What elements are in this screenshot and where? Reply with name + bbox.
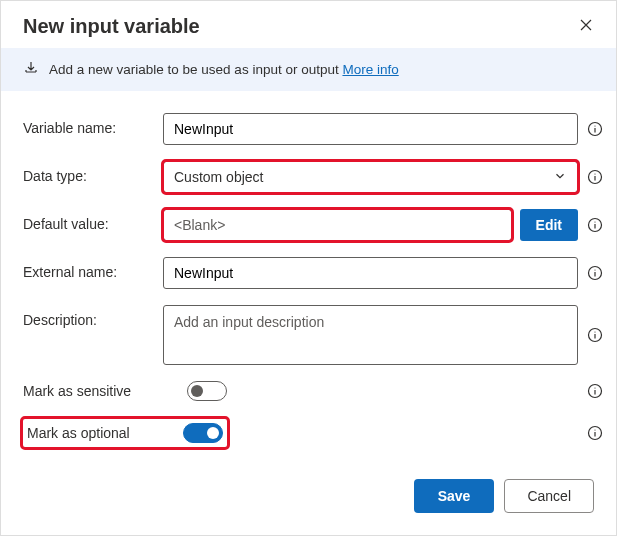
dialog-header: New input variable	[1, 1, 616, 48]
form-body: Variable name: Data type: Custom object	[1, 91, 616, 465]
close-icon	[578, 21, 594, 36]
info-icon[interactable]	[586, 168, 604, 186]
row-mark-sensitive: Mark as sensitive	[23, 381, 604, 401]
svg-point-9	[594, 331, 595, 332]
mark-sensitive-toggle[interactable]	[187, 381, 227, 401]
download-icon	[23, 60, 39, 79]
highlight-mark-optional: Mark as optional	[23, 419, 227, 447]
row-external-name: External name:	[23, 257, 604, 289]
close-button[interactable]	[574, 13, 598, 40]
mark-optional-toggle[interactable]	[183, 423, 223, 443]
save-button[interactable]: Save	[414, 479, 495, 513]
info-banner-text: Add a new variable to be used as input o…	[49, 62, 399, 77]
data-type-select[interactable]: Custom object	[163, 161, 578, 193]
svg-point-13	[594, 429, 595, 430]
data-type-value: Custom object	[174, 169, 263, 185]
info-icon[interactable]	[586, 264, 604, 282]
svg-point-5	[594, 221, 595, 222]
label-data-type: Data type:	[23, 161, 153, 184]
row-default-value: Default value: <Blank> Edit	[23, 209, 604, 241]
label-mark-optional: Mark as optional	[27, 425, 183, 441]
chevron-down-icon	[553, 169, 567, 186]
info-icon[interactable]	[586, 120, 604, 138]
cancel-button[interactable]: Cancel	[504, 479, 594, 513]
edit-default-button[interactable]: Edit	[520, 209, 578, 241]
info-icon[interactable]	[586, 326, 604, 344]
svg-point-1	[594, 125, 595, 126]
label-default-value: Default value:	[23, 209, 153, 232]
external-name-input[interactable]	[163, 257, 578, 289]
new-input-variable-dialog: New input variable Add a new variable to…	[0, 0, 617, 536]
row-description: Description:	[23, 305, 604, 365]
info-icon[interactable]	[586, 424, 604, 442]
svg-point-11	[594, 387, 595, 388]
description-textarea[interactable]	[163, 305, 578, 365]
dialog-title: New input variable	[23, 15, 200, 38]
row-data-type: Data type: Custom object	[23, 161, 604, 193]
svg-point-7	[594, 269, 595, 270]
info-banner: Add a new variable to be used as input o…	[1, 48, 616, 91]
label-variable-name: Variable name:	[23, 113, 153, 136]
label-description: Description:	[23, 305, 153, 328]
more-info-link[interactable]: More info	[342, 62, 398, 77]
variable-name-input[interactable]	[163, 113, 578, 145]
row-variable-name: Variable name:	[23, 113, 604, 145]
info-icon[interactable]	[586, 216, 604, 234]
default-value-display: <Blank>	[163, 209, 512, 241]
dialog-footer: Save Cancel	[1, 465, 616, 535]
label-external-name: External name:	[23, 257, 153, 280]
svg-point-3	[594, 173, 595, 174]
label-mark-sensitive: Mark as sensitive	[23, 383, 187, 399]
info-icon[interactable]	[586, 382, 604, 400]
